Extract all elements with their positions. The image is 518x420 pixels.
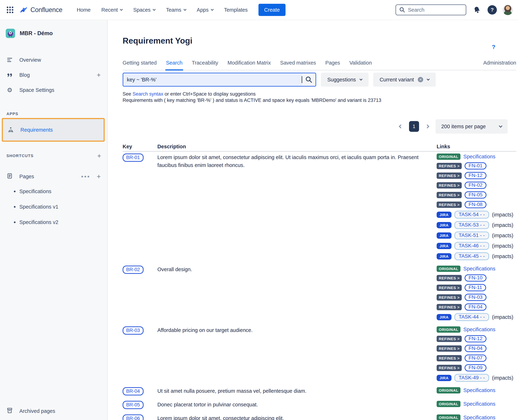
original-page-link[interactable]: Specifications	[463, 415, 496, 420]
jira-issue-pill[interactable]: TASK-44 - -	[454, 313, 489, 321]
nav-item-home[interactable]: Home	[77, 7, 90, 13]
refines-badge: REFINES >	[437, 365, 462, 371]
link-row: REFINES >FN-04	[437, 303, 487, 311]
confluence-logo-icon	[19, 6, 28, 14]
tab-traceability[interactable]: Traceability	[192, 60, 218, 66]
space-header[interactable]: MBR - Démo	[0, 29, 107, 38]
query-toolbar: key ~ 'BR-%' Suggestions Current variant…	[123, 73, 516, 87]
sidebar-item-overview[interactable]: Overview	[0, 52, 107, 68]
requirement-key-pill[interactable]: BR-02	[123, 266, 144, 274]
ry-tab-bar: Getting startedSearchTraceabilityModific…	[123, 60, 516, 70]
page-tree-item[interactable]: •Specifications v2	[0, 215, 107, 230]
jira-issue-pill[interactable]: TASK-51 - -	[454, 232, 489, 240]
requirement-key-pill[interactable]: BR-03	[123, 326, 144, 335]
original-page-link[interactable]: Specifications	[463, 327, 496, 332]
nav-item-teams[interactable]: Teams	[166, 7, 186, 13]
clear-variant-icon[interactable]: ×	[418, 77, 423, 82]
sidebar-item-blog[interactable]: Blog+	[0, 68, 107, 82]
refined-requirement-pill[interactable]: FN-01	[465, 162, 487, 169]
variant-dropdown[interactable]: Current variant ×	[373, 73, 436, 87]
refined-requirement-pill[interactable]: FN-04	[465, 303, 487, 311]
items-per-page-dropdown[interactable]: 200 items per page	[436, 119, 508, 134]
confluence-logo[interactable]: Confluence	[19, 6, 62, 14]
refined-requirement-pill[interactable]: FN-05	[465, 191, 487, 199]
link-row: REFINES >FN-04	[437, 345, 487, 352]
tab-modification-matrix[interactable]: Modification Matrix	[228, 60, 271, 66]
refined-requirement-pill[interactable]: FN-09	[465, 364, 487, 371]
sidebar-item-requirements[interactable]: Requirements	[3, 119, 104, 141]
tab-saved-matrixes[interactable]: Saved matrixes	[280, 60, 316, 66]
next-page-icon[interactable]	[425, 124, 429, 128]
run-search-button[interactable]	[302, 73, 315, 86]
ry-help-link[interactable]: ?	[492, 44, 496, 50]
nav-item-templates[interactable]: Templates	[224, 7, 248, 13]
refined-requirement-pill[interactable]: FN-10	[465, 274, 487, 282]
jira-issue-pill[interactable]: TASK-46 - -	[454, 242, 489, 250]
link-row: REFINES >FN-07	[437, 354, 487, 362]
jira-badge: JIRA	[437, 253, 451, 260]
refined-requirement-pill[interactable]: FN-03	[465, 294, 487, 301]
sidebar-item-archived-pages[interactable]: Archived pages	[7, 407, 55, 415]
refined-requirement-pill[interactable]: FN-08	[465, 201, 487, 208]
add-blog-button[interactable]: +	[97, 72, 101, 78]
refines-badge: REFINES >	[437, 345, 462, 352]
column-header-links: Links	[437, 144, 516, 150]
nav-item-spaces[interactable]: Spaces	[133, 7, 155, 13]
nav-item-apps[interactable]: Apps	[197, 7, 213, 13]
sidebar-item-pages[interactable]: Pages ●●● +	[0, 172, 107, 181]
refines-badge: REFINES >	[437, 355, 462, 361]
pages-more-icon[interactable]: ●●●	[81, 174, 90, 179]
global-search-input[interactable]: Search	[395, 4, 466, 15]
nav-item-label: Teams	[166, 7, 181, 13]
refined-requirement-pill[interactable]: FN-12	[465, 172, 487, 179]
jira-issue-pill[interactable]: TASK-45 - -	[454, 252, 489, 260]
tab-getting-started[interactable]: Getting started	[123, 60, 157, 66]
tab-administration[interactable]: Administration	[483, 60, 516, 66]
requirement-key-pill[interactable]: BR-01	[123, 154, 144, 162]
tab-pages[interactable]: Pages	[325, 60, 340, 66]
original-page-link[interactable]: Specifications	[463, 387, 496, 393]
refined-requirement-pill[interactable]: FN-11	[465, 284, 486, 291]
create-button[interactable]: Create	[259, 4, 286, 16]
tab-validation[interactable]: Validation	[349, 60, 372, 66]
table-row: BR-03Affordable pricing on our target au…	[123, 325, 516, 385]
add-page-button[interactable]: +	[97, 173, 101, 180]
refines-badge: REFINES >	[437, 275, 462, 281]
sidebar-item-space-settings[interactable]: ⚙Space Settings	[0, 82, 107, 98]
requirement-key-pill[interactable]: BR-06	[123, 414, 144, 420]
original-page-link[interactable]: Specifications	[463, 154, 496, 160]
nav-item-recent[interactable]: Recent	[102, 7, 123, 13]
refined-requirement-pill[interactable]: FN-02	[465, 182, 487, 189]
pagination-bar: 1 200 items per page	[123, 119, 508, 134]
refined-requirement-pill[interactable]: FN-12	[465, 335, 487, 342]
link-relation-suffix: (impacts)	[492, 253, 513, 259]
archive-box-icon	[7, 407, 13, 415]
requirement-key-pill[interactable]: BR-04	[123, 387, 144, 395]
refined-requirement-pill[interactable]: FN-07	[465, 354, 487, 362]
add-shortcut-button[interactable]: +	[97, 152, 102, 159]
app-switcher-icon[interactable]	[5, 5, 15, 15]
search-syntax-link[interactable]: Search syntax	[133, 91, 163, 97]
requirements-table: KeyDescriptionLinks BR-01Lorem ipsum dol…	[123, 144, 516, 420]
suggestions-dropdown[interactable]: Suggestions	[321, 73, 369, 87]
jira-issue-pill[interactable]: TASK-49 - -	[454, 374, 489, 382]
key-cell: BR-02	[123, 266, 157, 321]
top-navigation-bar: Confluence HomeRecentSpacesTeamsAppsTemp…	[0, 0, 518, 20]
previous-page-icon[interactable]	[399, 124, 403, 128]
requirement-query-input[interactable]: key ~ 'BR-%'	[123, 73, 316, 87]
notifications-button[interactable]	[473, 6, 481, 14]
link-row: REFINES >FN-02	[437, 182, 487, 189]
refined-requirement-pill[interactable]: FN-04	[465, 345, 487, 352]
user-avatar[interactable]	[503, 5, 513, 15]
link-row: REFINES >FN-11	[437, 284, 486, 291]
help-button[interactable]: ?	[488, 5, 497, 15]
tab-search[interactable]: Search	[166, 60, 183, 66]
current-page-button[interactable]: 1	[409, 121, 419, 132]
requirement-key-pill[interactable]: BR-05	[123, 401, 144, 409]
original-page-link[interactable]: Specifications	[463, 266, 496, 272]
page-tree-item[interactable]: •Specifications	[0, 184, 107, 199]
jira-issue-pill[interactable]: TASK-54 - -	[454, 211, 489, 219]
original-page-link[interactable]: Specifications	[463, 401, 496, 407]
page-tree-item[interactable]: •Specifications v1	[0, 199, 107, 215]
jira-issue-pill[interactable]: TASK-53 - -	[454, 221, 489, 229]
